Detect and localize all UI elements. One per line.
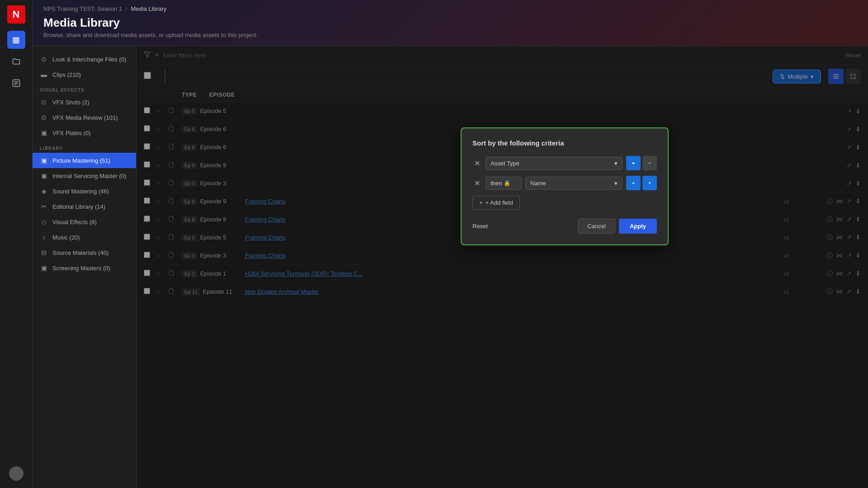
sort-row-1-remove-button[interactable]: ✕ [472,157,482,169]
notes-nav-icon[interactable] [7,74,25,92]
netflix-logo: N [7,5,25,23]
sort-field-2-value: Name [530,180,546,187]
breadcrumb-project: NPS Training TEST: Season 1 [43,5,122,12]
nav-item-clips[interactable]: ▬ Clips (210) [33,67,136,82]
sort-dir-2-asc-button[interactable] [626,176,641,190]
visual-effects-icon: ◇ [40,218,48,226]
nav-item-label: Look & Interchange Files (0) [52,56,126,63]
sort-dir-2-buttons [626,176,657,190]
sort-row-2: ✕ then 🔒 Name ▾ [472,176,657,190]
add-sort-field-button[interactable]: + + Add field [472,196,520,210]
page-subtitle: Browse, share and download media assets,… [43,32,857,38]
clips-icon: ▬ [40,70,48,79]
sort-field-1-value: Asset Type [491,160,519,167]
dialog-overlay[interactable] [137,46,868,488]
sort-row-2-remove-button[interactable]: ✕ [472,177,482,189]
lock-icon: 🔒 [504,180,510,186]
sort-row-2-prefix: then 🔒 [486,177,522,190]
sort-field-1-dropdown-icon: ▾ [614,160,618,167]
sort-dir-1-asc-button[interactable] [626,156,641,170]
sort-dir-1-buttons [626,156,657,170]
vfx-shots-icon: ⊙ [40,98,48,106]
app-sidebar: N ▦ [0,0,33,488]
nav-item-label: Visual Effects (8) [52,219,97,225]
editorial-library-icon: ✂ [40,202,48,211]
nav-item-label: Screening Masters (0) [52,265,110,272]
nav-item-label: Source Materials (40) [52,249,108,256]
nav-item-look-interchange[interactable]: ⊙ Look & Interchange Files (0) [33,52,136,67]
sort-dialog-title: Sort by the following criteria [472,139,657,147]
nav-item-label: VFX Media Review (101) [52,114,118,121]
screening-masters-icon: ▣ [40,264,48,272]
music-icon: ♪ [40,233,48,241]
vfx-media-review-icon: ⊙ [40,113,48,122]
picture-mastering-icon: ▣ [40,156,48,164]
sort-then-label: then [491,180,502,187]
vfx-plates-icon: ▣ [40,129,48,137]
page-header: NPS Training TEST: Season 1 / Media Libr… [33,0,868,46]
nav-item-label: Music (20) [52,234,80,241]
visual-effects-section-label: Visual Effects [33,82,136,94]
sort-dialog: Sort by the following criteria ✕ Asset T… [461,127,669,245]
internal-servicing-icon: ▣ [40,172,48,180]
nav-item-visual-effects[interactable]: ◇ Visual Effects (8) [33,214,136,230]
nav-item-label: VFX Plates (0) [52,130,91,136]
nav-item-music[interactable]: ♪ Music (20) [33,230,136,245]
sort-dir-2-desc-button[interactable] [642,176,657,190]
table-area: + Reset ⇅ Multiple ▾ [137,46,868,488]
sort-cancel-button[interactable]: Cancel [578,219,615,234]
nav-item-label: Picture Mastering (51) [52,157,110,164]
nav-item-vfx-shots[interactable]: ⊙ VFX Shots (2) [33,94,136,110]
avatar [7,465,25,483]
sort-row-1: ✕ Asset Type ▾ [472,156,657,170]
sort-dialog-footer: Reset Cancel Apply [472,219,657,234]
nav-item-picture-mastering[interactable]: ▣ Picture Mastering (51) [33,153,136,168]
nav-item-label: Internal Servicing Master (0) [52,173,126,179]
sort-field-2-select[interactable]: Name ▾ [525,177,623,190]
add-field-label: + Add field [486,199,513,206]
content-panel: ⊙ Look & Interchange Files (0) ▬ Clips (… [33,46,868,488]
nav-item-source-materials[interactable]: ⊟ Source Materials (40) [33,245,136,260]
add-field-icon: + [479,199,483,206]
nav-item-internal-servicing[interactable]: ▣ Internal Servicing Master (0) [33,168,136,183]
library-section-label: Library [33,141,136,153]
nav-item-screening-masters[interactable]: ▣ Screening Masters (0) [33,260,136,276]
sort-reset-button[interactable]: Reset [472,223,488,230]
breadcrumb-separator: / [126,5,127,12]
nav-item-label: Sound Mastering (46) [52,188,109,195]
source-materials-icon: ⊟ [40,249,48,257]
nav-item-label: VFX Shots (2) [52,99,90,106]
media-library-nav-icon[interactable]: ▦ [7,31,25,49]
sound-mastering-icon: ◈ [40,187,48,195]
look-interchange-icon: ⊙ [40,55,48,63]
folder-nav-icon[interactable] [7,52,25,70]
nav-item-sound-mastering[interactable]: ◈ Sound Mastering (46) [33,183,136,199]
nav-item-editorial-library[interactable]: ✂ Editorial Library (14) [33,199,136,214]
nav-item-label: Editorial Library (14) [52,203,105,210]
left-navigation: ⊙ Look & Interchange Files (0) ▬ Clips (… [33,46,137,488]
nav-item-vfx-plates[interactable]: ▣ VFX Plates (0) [33,125,136,141]
sort-apply-button[interactable]: Apply [619,219,657,234]
breadcrumb-current: Media Library [131,5,167,12]
nav-item-vfx-media-review[interactable]: ⊙ VFX Media Review (101) [33,110,136,125]
sort-field-1-select[interactable]: Asset Type ▾ [486,157,623,170]
breadcrumb: NPS Training TEST: Season 1 / Media Libr… [43,5,857,12]
main-content: NPS Training TEST: Season 1 / Media Libr… [33,0,868,488]
sort-field-2-dropdown-icon: ▾ [614,180,618,187]
page-title: Media Library [43,16,857,30]
sort-dir-1-desc-button[interactable] [642,156,657,170]
nav-item-label: Clips (210) [52,71,81,78]
